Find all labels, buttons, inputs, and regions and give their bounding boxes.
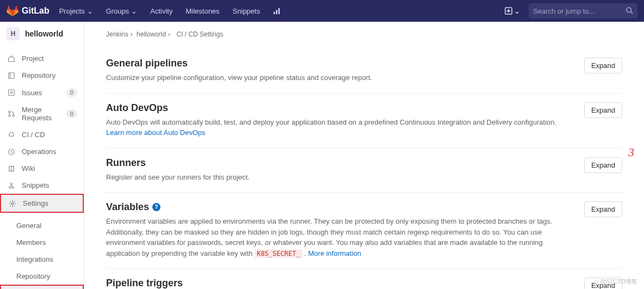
topbar: GitLab Projects⌄ Groups⌄ Activity Milest… xyxy=(0,0,644,22)
rocket-icon xyxy=(7,131,16,139)
new-dropdown[interactable]: ⌄ xyxy=(500,5,524,17)
project-title: helloworld xyxy=(25,29,63,38)
help-icon[interactable]: ? xyxy=(152,203,160,211)
svg-rect-0 xyxy=(274,12,275,14)
sidebar-item-wiki[interactable]: Wiki xyxy=(0,160,84,177)
section-general-pipelines: General pipelines Customize your pipelin… xyxy=(106,49,622,94)
section-variables: Variables? Environment variables are app… xyxy=(106,193,622,269)
repo-icon xyxy=(7,72,16,79)
main-content: Jenkins› helloworld› CI / CD Settings Ge… xyxy=(84,22,644,289)
chevron-down-icon: ⌄ xyxy=(131,7,137,15)
breadcrumb-current: CI / CD Settings xyxy=(176,30,223,38)
sidebar-subitem-general[interactable]: General xyxy=(0,217,84,234)
svg-point-12 xyxy=(9,186,11,188)
snippets-icon xyxy=(7,182,16,189)
section-desc: Environment variables are applied to env… xyxy=(106,216,575,259)
gitlab-logo[interactable]: GitLab xyxy=(7,5,49,17)
annotation-3: 3 xyxy=(628,145,634,159)
sidebar-item-snippets[interactable]: Snippets 1 xyxy=(0,177,84,194)
section-title: Pipeline triggers xyxy=(106,278,575,289)
expand-button[interactable]: Expand xyxy=(584,58,622,73)
avatar: H xyxy=(7,27,20,40)
gitlab-icon xyxy=(7,5,18,17)
expand-button[interactable]: Expand xyxy=(584,102,622,118)
nav-snippets[interactable]: Snippets xyxy=(227,4,266,19)
svg-point-9 xyxy=(9,115,11,117)
sidebar-header[interactable]: H helloworld xyxy=(0,22,84,46)
chevron-down-icon: ⌄ xyxy=(87,7,93,15)
svg-rect-5 xyxy=(9,72,15,78)
sidebar-subitem-repository[interactable]: Repository xyxy=(0,268,84,285)
section-title: Variables? xyxy=(106,201,575,213)
issues-badge: 0 xyxy=(66,88,77,97)
svg-point-10 xyxy=(13,115,15,117)
section-desc: Customize your pipeline configuration, v… xyxy=(106,72,575,83)
section-desc: Register and see your runners for this p… xyxy=(106,172,575,183)
search-input[interactable] xyxy=(533,7,626,15)
section-auto-devops: Auto DevOps Auto DevOps will automatical… xyxy=(106,94,622,149)
svg-point-13 xyxy=(12,186,14,188)
nav-activity[interactable]: Activity xyxy=(145,4,178,19)
section-title: Runners xyxy=(106,157,575,169)
breadcrumb-jenkins[interactable]: Jenkins xyxy=(106,30,128,38)
svg-point-8 xyxy=(9,111,11,113)
svg-rect-6 xyxy=(9,90,15,96)
home-icon xyxy=(7,55,16,63)
search-icon xyxy=(626,7,633,16)
issues-icon xyxy=(7,89,16,96)
wiki-icon xyxy=(7,165,16,173)
chevron-down-icon: ⌄ xyxy=(514,7,520,15)
ops-icon xyxy=(7,148,16,156)
learn-more-link[interactable]: Learn more about Auto DevOps xyxy=(106,128,206,137)
svg-rect-1 xyxy=(276,10,277,14)
sidebar-item-merge-requests[interactable]: Merge Requests0 xyxy=(0,101,84,126)
section-pipeline-triggers: Pipeline triggers Triggers can force a s… xyxy=(106,269,622,289)
sidebar-subitem-integrations[interactable]: Integrations xyxy=(0,251,84,268)
sidebar-item-operations[interactable]: Operations xyxy=(0,143,84,160)
section-runners: Runners Register and see your runners fo… xyxy=(106,149,622,193)
expand-button[interactable]: Expand xyxy=(584,201,622,217)
sidebar: H helloworld Project Repository Issues0 … xyxy=(0,22,84,289)
svg-point-4 xyxy=(627,7,631,12)
section-desc: Auto DevOps will automatically build, te… xyxy=(106,117,575,138)
watermark: @51CTO博客 xyxy=(600,278,637,286)
nav-projects[interactable]: Projects⌄ xyxy=(54,4,98,19)
breadcrumb-helloworld[interactable]: helloworld xyxy=(137,30,166,38)
breadcrumb: Jenkins› helloworld› CI / CD Settings xyxy=(106,30,622,38)
gear-icon xyxy=(8,200,17,207)
nav-stats-icon[interactable] xyxy=(268,4,286,18)
sidebar-item-issues[interactable]: Issues0 xyxy=(0,84,84,101)
sidebar-subitem-cicd[interactable]: CI / CD xyxy=(0,285,84,289)
nav-milestones[interactable]: Milestones xyxy=(180,4,225,19)
section-title: General pipelines xyxy=(106,58,575,69)
topbar-nav: Projects⌄ Groups⌄ Activity Milestones Sn… xyxy=(54,4,287,19)
merge-badge: 0 xyxy=(66,109,77,118)
svg-rect-2 xyxy=(278,8,280,14)
svg-point-14 xyxy=(11,202,14,205)
sidebar-item-repository[interactable]: Repository xyxy=(0,67,84,84)
plus-box-icon xyxy=(505,7,512,15)
sidebar-subitem-members[interactable]: Members xyxy=(0,234,84,251)
more-info-link[interactable]: More information xyxy=(308,249,362,257)
section-title: Auto DevOps xyxy=(106,102,575,114)
merge-icon xyxy=(7,110,16,118)
search-box[interactable] xyxy=(529,3,637,19)
sidebar-item-project[interactable]: Project xyxy=(0,50,84,67)
code-snippet: K8S_SECRET_ xyxy=(255,249,302,258)
sidebar-item-cicd[interactable]: CI / CD xyxy=(0,126,84,143)
expand-button[interactable]: Expand xyxy=(584,157,622,173)
nav-groups[interactable]: Groups⌄ xyxy=(101,4,143,19)
svg-point-7 xyxy=(10,91,13,94)
sidebar-item-settings[interactable]: Settings xyxy=(0,194,84,213)
brand-name: GitLab xyxy=(22,6,49,16)
